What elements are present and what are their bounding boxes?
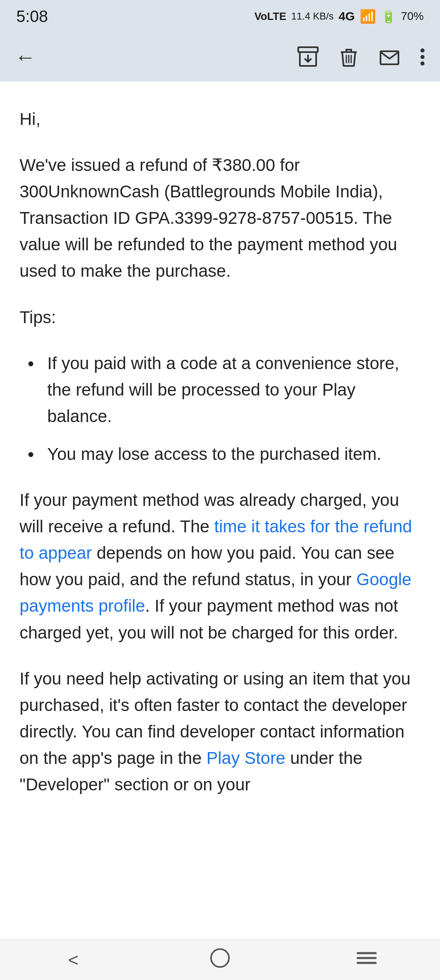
back-arrow-icon: ← xyxy=(15,45,36,69)
battery-percent: 70% xyxy=(401,10,424,23)
greeting: Hi, xyxy=(20,106,420,132)
battery-icon: 🔋 xyxy=(381,9,396,24)
nav-home-button[interactable] xyxy=(204,944,236,976)
archive-button[interactable] xyxy=(297,46,319,68)
back-button[interactable]: ← xyxy=(15,45,297,69)
network-icon: 4G xyxy=(339,9,355,23)
svg-point-4 xyxy=(420,61,425,66)
nav-back-button[interactable]: < xyxy=(57,944,90,976)
delete-icon xyxy=(338,46,359,68)
svg-point-5 xyxy=(211,949,229,967)
bottom-nav: < xyxy=(0,939,440,980)
svg-point-2 xyxy=(420,48,425,52)
nav-menu-button[interactable] xyxy=(350,944,383,976)
mark-unread-button[interactable] xyxy=(379,46,400,68)
delete-button[interactable] xyxy=(338,46,359,68)
tips-label: Tips: xyxy=(20,304,420,330)
help-paragraph: If you need help activating or using an … xyxy=(20,665,420,798)
refund-paragraph: We've issued a refund of ₹380.00 for 300… xyxy=(20,152,420,284)
svg-point-3 xyxy=(420,55,425,59)
signal-bars-icon: 📶 xyxy=(360,9,376,24)
mail-icon xyxy=(379,46,400,68)
nav-home-icon xyxy=(209,947,231,973)
tip-2: You may lose access to the purchased ite… xyxy=(28,441,420,467)
email-content: Hi, We've issued a refund of ₹380.00 for… xyxy=(0,81,440,842)
volte-icon: VoLTE xyxy=(254,10,286,23)
toolbar-actions xyxy=(297,46,425,68)
archive-icon xyxy=(297,46,319,68)
more-button[interactable] xyxy=(420,46,425,68)
status-icons: VoLTE 11.4 KB/s 4G 📶 🔋 70% xyxy=(254,9,424,24)
play-store-link[interactable]: Play Store xyxy=(207,748,286,768)
tip-1: If you paid with a code at a convenience… xyxy=(28,350,420,429)
status-bar: 5:08 VoLTE 11.4 KB/s 4G 📶 🔋 70% xyxy=(0,0,440,33)
svg-rect-0 xyxy=(298,47,318,52)
status-time: 5:08 xyxy=(16,7,48,26)
refund-timing-paragraph: If your payment method was already charg… xyxy=(20,487,420,646)
email-body: Hi, We've issued a refund of ₹380.00 for… xyxy=(20,106,420,798)
nav-back-icon: < xyxy=(68,950,79,970)
more-icon xyxy=(420,46,425,68)
tips-list: If you paid with a code at a convenience… xyxy=(28,350,420,467)
speed-indicator: 11.4 KB/s xyxy=(291,11,334,22)
nav-menu-icon xyxy=(356,950,377,970)
toolbar: ← xyxy=(0,33,440,81)
